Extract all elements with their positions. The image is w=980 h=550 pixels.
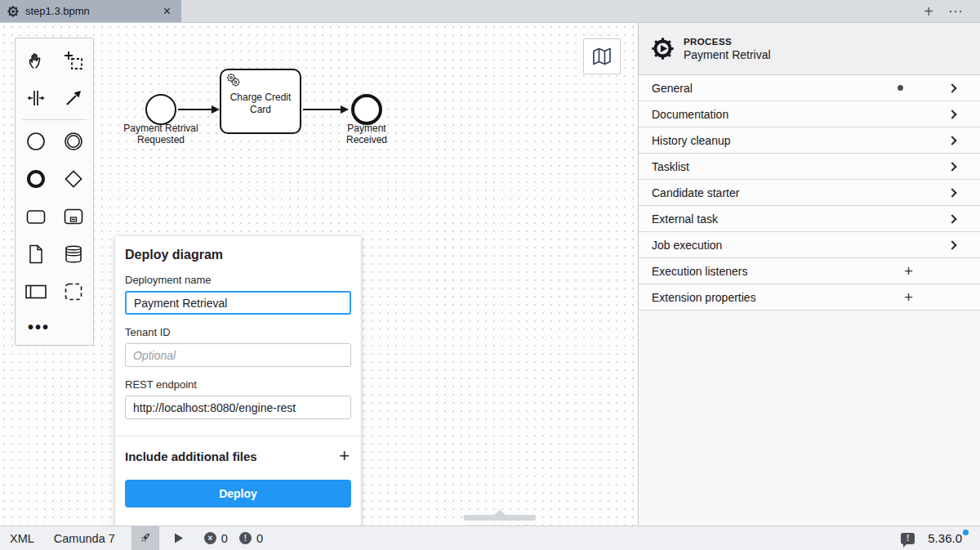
participant-icon bbox=[24, 282, 47, 302]
include-additional-files-row: Include additional files + bbox=[125, 436, 351, 467]
create-end-event[interactable] bbox=[17, 160, 55, 198]
start-instance-button[interactable] bbox=[164, 526, 193, 550]
task-label: Charge Credit Card bbox=[221, 92, 300, 116]
create-participant[interactable] bbox=[17, 273, 55, 311]
chevron-right-icon bbox=[947, 110, 956, 118]
data-store-icon bbox=[63, 244, 84, 265]
include-additional-files-label: Include additional files bbox=[125, 449, 257, 463]
task-icon bbox=[25, 206, 47, 227]
add-extension-property-button[interactable]: + bbox=[904, 289, 913, 305]
engine-selector[interactable]: Camunda 7 bbox=[44, 526, 125, 550]
section-extension-properties[interactable]: Extension properties + bbox=[639, 284, 980, 311]
end-event[interactable] bbox=[351, 94, 382, 125]
hand-tool[interactable] bbox=[17, 42, 55, 79]
tenant-id-input[interactable] bbox=[125, 343, 351, 367]
chevron-right-icon bbox=[947, 214, 956, 223]
tab-label: step1.3.bpmn bbox=[25, 5, 154, 17]
section-execution-listeners[interactable]: Execution listeners + bbox=[639, 258, 980, 284]
edited-dot-indicator bbox=[898, 85, 903, 91]
connect-tool-icon bbox=[64, 88, 83, 108]
create-gateway[interactable] bbox=[55, 160, 92, 198]
section-tasklist[interactable]: Tasklist bbox=[639, 154, 980, 180]
section-history-cleanup[interactable]: History cleanup bbox=[639, 127, 980, 154]
update-available-dot bbox=[963, 530, 969, 535]
bottom-panel-handle[interactable] bbox=[464, 515, 536, 521]
error-icon: × bbox=[204, 532, 216, 544]
end-event-icon bbox=[25, 168, 47, 190]
chevron-right-icon bbox=[947, 188, 956, 197]
tab-bar: step1.3.bpmn × + ⋯ bbox=[0, 0, 980, 23]
main-area: ••• Payment Retrival Requested bbox=[0, 23, 980, 525]
section-external-task[interactable]: External task bbox=[639, 206, 980, 232]
map-icon bbox=[591, 47, 612, 66]
chevron-right-icon bbox=[947, 240, 956, 249]
data-object-icon bbox=[26, 244, 46, 265]
lasso-tool[interactable] bbox=[55, 42, 92, 79]
palette-more-button[interactable]: ••• bbox=[16, 311, 93, 343]
space-tool[interactable] bbox=[17, 79, 55, 117]
chevron-right-icon bbox=[947, 162, 956, 171]
rocket-icon bbox=[138, 531, 152, 545]
tenant-id-label: Tenant ID bbox=[125, 326, 351, 338]
version-indicator[interactable]: 5.36.0 bbox=[928, 531, 969, 545]
intermediate-event-icon bbox=[63, 131, 84, 152]
selected-element-info: PROCESS Payment Retrival bbox=[684, 37, 771, 61]
start-event-label: Payment Retrival Requested bbox=[114, 123, 208, 146]
overflow-menu-icon[interactable]: ⋯ bbox=[948, 4, 964, 19]
section-job-execution[interactable]: Job execution bbox=[639, 232, 980, 258]
chevron-right-icon bbox=[947, 136, 956, 145]
create-group[interactable] bbox=[55, 273, 92, 311]
properties-panel-header: PROCESS Payment Retrival bbox=[639, 23, 980, 75]
minimap-toggle-button[interactable] bbox=[583, 38, 621, 74]
deploy-button[interactable]: Deploy bbox=[125, 480, 351, 508]
end-event-label: Payment Received bbox=[330, 123, 403, 146]
start-event-icon bbox=[25, 131, 47, 152]
lasso-tool-icon bbox=[64, 51, 83, 70]
new-tab-button[interactable]: + bbox=[924, 3, 933, 20]
start-event[interactable] bbox=[145, 94, 176, 125]
element-type-label: PROCESS bbox=[684, 37, 771, 47]
rest-endpoint-input[interactable] bbox=[125, 396, 351, 419]
create-data-object[interactable] bbox=[17, 235, 55, 273]
create-subprocess[interactable] bbox=[55, 198, 92, 235]
add-execution-listener-button[interactable]: + bbox=[904, 263, 913, 279]
warning-icon: ! bbox=[239, 532, 252, 544]
status-bar: XML Camunda 7 × 0 ! 0 bbox=[0, 525, 980, 550]
feedback-icon[interactable]: ! bbox=[901, 533, 915, 544]
section-documentation[interactable]: Documentation bbox=[639, 101, 980, 127]
create-start-event[interactable] bbox=[17, 123, 55, 160]
palette: ••• bbox=[15, 38, 94, 346]
rest-endpoint-label: REST endpoint bbox=[125, 378, 351, 391]
service-task-charge-credit-card[interactable]: Charge Credit Card bbox=[220, 69, 301, 134]
camunda-modeler-window: step1.3.bpmn × + ⋯ bbox=[0, 0, 980, 550]
hand-tool-icon bbox=[26, 51, 46, 70]
bpmn-canvas[interactable]: ••• Payment Retrival Requested bbox=[0, 23, 638, 525]
section-candidate-starter[interactable]: Candidate starter bbox=[639, 180, 980, 206]
gateway-icon bbox=[62, 168, 85, 190]
deploy-dialog-title: Deploy diagram bbox=[125, 248, 351, 262]
tab-close-icon[interactable]: × bbox=[161, 5, 173, 18]
section-general[interactable]: General bbox=[639, 75, 980, 101]
create-task[interactable] bbox=[17, 198, 55, 235]
status-bar-right: ! 5.36.0 bbox=[901, 531, 980, 545]
process-gear-play-icon bbox=[652, 38, 674, 60]
chevron-right-icon bbox=[947, 83, 956, 92]
add-files-icon[interactable]: + bbox=[339, 447, 350, 465]
deployment-name-label: Deployment name bbox=[125, 274, 351, 286]
global-connect-tool[interactable] bbox=[55, 79, 92, 117]
create-data-store[interactable] bbox=[55, 235, 92, 273]
sequence-flows bbox=[0, 23, 637, 203]
space-tool-icon bbox=[26, 88, 46, 108]
bpmn-gear-play-icon bbox=[7, 6, 19, 17]
error-counter[interactable]: × 0 bbox=[204, 532, 228, 545]
group-icon bbox=[63, 281, 84, 302]
warning-counter[interactable]: ! 0 bbox=[239, 532, 263, 545]
tab-bar-actions: + ⋯ bbox=[924, 0, 980, 22]
deployment-name-input[interactable] bbox=[125, 291, 351, 315]
tab-step1-3-bpmn[interactable]: step1.3.bpmn × bbox=[0, 0, 181, 22]
deploy-tool-button[interactable] bbox=[131, 526, 159, 550]
create-intermediate-event[interactable] bbox=[55, 123, 92, 160]
xml-toggle[interactable]: XML bbox=[0, 526, 44, 550]
palette-separator bbox=[22, 119, 87, 120]
element-name: Payment Retrival bbox=[684, 48, 771, 61]
